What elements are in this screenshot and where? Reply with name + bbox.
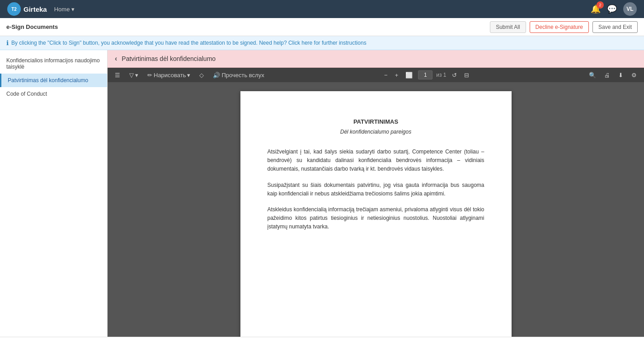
speaker-icon: 🔊 [213,72,220,79]
chat-icon: 💬 [607,5,617,14]
download-icon: ⬇ [618,72,623,79]
pdf-page: PATVIRTINIMAS Dėl konfidencialumo pareig… [240,91,512,337]
settings-button[interactable]: ⚙ [630,71,639,79]
chat-button[interactable]: 💬 [607,4,617,14]
print-icon: 🖨 [604,72,610,79]
zoom-out-button[interactable]: − [382,71,390,79]
main-layout: Konfidencialios informacijos naudojimo t… [0,50,644,337]
annotation-icon: ☰ [115,72,120,79]
home-label: Home [54,6,70,13]
navbar-left: T2 Girteka Home ▾ [7,2,75,16]
logo: T2 Girteka [7,2,47,16]
page-separator: из 1 [436,72,446,78]
filter-chevron: ▾ [135,72,138,79]
annotation-button[interactable]: ☰ [113,71,122,79]
viewer-area: ‹ Patvirtinimas dėl konfidencialumo ☰ ▽ … [108,50,644,337]
home-chevron: ▾ [71,6,75,13]
logo-text: Girteka [24,5,47,13]
pdf-subheading: Dėl konfidencialumo pareigos [268,129,484,135]
avatar[interactable]: VL [623,2,637,16]
doc-header: ‹ Patvirtinimas dėl konfidencialumo [108,50,644,68]
sidebar-item-1[interactable]: Konfidencialios informacijos naudojimo t… [0,54,107,74]
submit-all-button[interactable]: Submit All [490,21,526,33]
pdf-paragraph-2: Susipažįstant su šiais dokumentais patvi… [268,181,484,198]
search-button[interactable]: 🔍 [587,71,598,79]
notification-button[interactable]: 🔔 2 [591,4,601,14]
spread-icon: ⊟ [464,72,469,79]
pencil-icon: ✏ [147,72,152,79]
pdf-toolbar-left: ☰ ▽ ▾ ✏ Нарисовать ▾ ◇ 🔊 Прочесть вслух [113,71,266,79]
home-menu[interactable]: Home ▾ [54,6,75,13]
settings-icon: ⚙ [631,72,637,79]
sidebar-item-3-label: Code of Conduct [6,91,47,97]
doc-title: Patvirtinimas dėl konfidencialumo [122,55,216,62]
header-bar: e-Sign Documents Submit All Decline e-Si… [0,18,644,36]
spread-button[interactable]: ⊟ [462,71,471,79]
rotate-icon: ↺ [452,72,457,79]
draw-label: Нарисовать [154,72,186,79]
logo-initials: T2 [11,7,17,12]
notification-badge: 2 [597,1,604,9]
fit-icon: ⬜ [405,72,413,79]
fit-button[interactable]: ⬜ [404,71,414,79]
back-button[interactable]: ‹ [115,55,117,63]
print-button[interactable]: 🖨 [602,71,612,79]
eraser-icon: ◇ [199,72,204,79]
bottom-bar: Click to Sign [0,337,644,339]
filter-icon: ▽ [129,72,134,79]
header-actions: Submit All Decline e-Signature Save and … [490,21,638,33]
logo-icon: T2 [7,2,21,16]
pdf-heading: PATVIRTINIMAS [268,118,484,125]
sidebar-item-2-label: Patvirtinimas dėl konfidencialumo [8,77,88,84]
filter-button[interactable]: ▽ ▾ [127,71,140,79]
pdf-paragraph-1: Atsižvelgiant į tai, kad šalys siekia su… [268,148,484,174]
erase-button[interactable]: ◇ [197,71,206,79]
download-button[interactable]: ⬇ [616,71,625,79]
sidebar: Konfidencialios informacijos naudojimo t… [0,50,108,337]
navbar-right: 🔔 2 💬 VL [591,2,637,16]
info-bar: ℹ By clicking the "Click to Sign" button… [0,36,644,50]
sidebar-item-2[interactable]: Patvirtinimas dėl konfidencialumo [0,74,107,87]
decline-signature-button[interactable]: Decline e-Signature [530,21,589,33]
sidebar-item-3[interactable]: Code of Conduct [0,87,107,101]
navbar: T2 Girteka Home ▾ 🔔 2 💬 VL [0,0,644,18]
draw-chevron: ▾ [187,72,190,79]
read-aloud-label: Прочесть вслух [221,72,264,79]
page-title: e-Sign Documents [6,23,58,30]
draw-button[interactable]: ✏ Нарисовать ▾ [146,71,192,79]
read-aloud-button[interactable]: 🔊 Прочесть вслух [211,71,266,79]
rotate-button[interactable]: ↺ [450,71,459,79]
zoom-in-button[interactable]: + [393,71,400,79]
save-exit-button[interactable]: Save and Exit [592,21,638,33]
pdf-toolbar-center: − + ⬜ из 1 ↺ ⊟ [382,70,470,79]
pdf-toolbar-right: 🔍 🖨 ⬇ ⚙ [587,71,639,79]
search-icon: 🔍 [589,72,596,79]
pdf-toolbar: ☰ ▽ ▾ ✏ Нарисовать ▾ ◇ 🔊 Прочесть вслух [108,68,644,82]
info-message: By clicking the "Click to Sign" button, … [11,40,367,46]
avatar-initials: VL [626,6,633,12]
pdf-content: PATVIRTINIMAS Dėl konfidencialumo pareig… [108,82,644,337]
sidebar-item-1-label: Konfidencialios informacijos naudojimo t… [6,57,100,70]
info-icon: ℹ [6,39,9,46]
pdf-paragraph-3: Atskleidus konfidencialią informaciją tr… [268,205,484,232]
page-number-input[interactable] [418,70,432,79]
